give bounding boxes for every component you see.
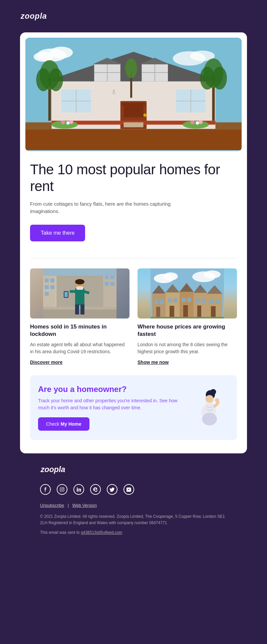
svg-rect-100: [201, 299, 205, 303]
svg-point-109: [210, 389, 216, 395]
svg-point-79: [163, 272, 178, 280]
homeowner-illustration: [189, 388, 229, 428]
svg-point-118: [63, 488, 64, 489]
web-version-link[interactable]: Web Version: [72, 503, 97, 508]
svg-point-47: [199, 120, 203, 124]
footer-email-prefix: This email was sent to: [40, 530, 81, 535]
homeowner-desc: Track your home and other properties you…: [38, 397, 182, 411]
svg-rect-107: [151, 317, 224, 318]
footer-section: zoopla: [20, 453, 247, 545]
svg-rect-62: [105, 282, 109, 286]
svg-rect-71: [70, 290, 76, 293]
svg-point-68: [75, 279, 84, 284]
logo-text: zoopla: [20, 14, 53, 24]
check-my-home-button[interactable]: Check My Home: [38, 417, 89, 431]
svg-rect-116: [60, 487, 64, 491]
articles-section: Homes sold in 15 minutes in lockdown An …: [20, 268, 247, 365]
button-label-normal: Check: [46, 421, 61, 427]
twitter-icon[interactable]: [107, 484, 117, 495]
svg-rect-106: [211, 306, 216, 318]
svg-rect-94: [182, 298, 186, 302]
article-2-title: Where house prices are growing fastest: [138, 323, 237, 338]
footer-link-divider: |: [68, 503, 69, 508]
svg-rect-89: [168, 298, 172, 302]
article-image-2: [138, 268, 237, 318]
footer-email-note: This email was sent to g438513d@uifeed.c…: [40, 530, 227, 535]
svg-rect-63: [110, 282, 114, 286]
svg-rect-70: [80, 304, 84, 314]
footer-logo: zoopla: [40, 463, 227, 477]
page-wrapper: zoopla: [0, 0, 267, 558]
svg-point-32: [36, 68, 50, 91]
svg-rect-76: [43, 268, 116, 276]
main-title: The 10 most popular homes for rent: [30, 161, 237, 195]
svg-rect-74: [64, 292, 68, 297]
svg-rect-56: [45, 285, 49, 289]
svg-rect-20: [124, 104, 144, 117]
svg-rect-96: [183, 305, 188, 318]
svg-rect-99: [196, 299, 200, 303]
homeowner-section: Are you a homeowner? Track your home and…: [30, 375, 237, 440]
youtube-icon[interactable]: [123, 484, 134, 495]
article-image-1: [30, 268, 129, 318]
svg-rect-95: [187, 298, 191, 302]
article-1-title: Homes sold in 15 minutes in lockdown: [30, 323, 129, 338]
svg-text:zoopla: zoopla: [40, 465, 65, 474]
article-1-desc: An estate agent tells all about what hap…: [30, 341, 129, 355]
instagram-icon[interactable]: [57, 484, 67, 495]
svg-point-43: [69, 120, 73, 124]
svg-point-39: [125, 58, 137, 78]
svg-point-33: [49, 68, 63, 91]
svg-rect-69: [75, 304, 79, 314]
social-icons-row: [40, 484, 227, 495]
svg-rect-119: [77, 488, 78, 491]
footer-links: Unsubscribe | Web Version: [40, 502, 227, 508]
svg-rect-91: [170, 306, 174, 318]
article-card-2: Where house prices are growing fastest L…: [138, 268, 237, 365]
svg-rect-105: [215, 299, 220, 303]
linkedin-icon[interactable]: [73, 484, 84, 495]
hero-image: [25, 38, 242, 151]
footer-copyright: © 2021 Zoopla Limited. All rights reserv…: [40, 513, 227, 526]
svg-point-37: [213, 67, 227, 90]
button-label-bold: My Home: [61, 421, 81, 427]
svg-rect-85: [160, 300, 164, 304]
svg-point-49: [112, 91, 115, 94]
article-card-1: Homes sold in 15 minutes in lockdown An …: [30, 268, 129, 365]
svg-point-36: [200, 67, 214, 90]
pinterest-icon[interactable]: [90, 484, 101, 495]
unsubscribe-link[interactable]: Unsubscribe: [40, 503, 64, 508]
svg-point-21: [143, 114, 147, 117]
homeowner-title: Are you a homeowner?: [38, 385, 182, 394]
svg-point-81: [204, 270, 221, 278]
svg-rect-54: [45, 278, 49, 282]
svg-point-41: [61, 121, 65, 125]
svg-point-110: [206, 395, 214, 403]
article-1-link[interactable]: Discover more: [30, 360, 62, 365]
card-content: The 10 most popular homes for rent From …: [20, 151, 247, 255]
article-2-link[interactable]: Show me now: [138, 360, 169, 365]
footer-email-address[interactable]: g438513d@uifeed.com: [81, 530, 122, 535]
city-person-image: [30, 268, 129, 318]
svg-point-3: [50, 47, 73, 58]
section-divider: [30, 258, 237, 258]
svg-rect-65: [43, 307, 116, 309]
header-logo: zoopla: [20, 10, 247, 24]
svg-point-45: [191, 121, 195, 125]
svg-rect-58: [45, 292, 49, 296]
svg-rect-55: [50, 278, 54, 282]
article-2-desc: London is not among the 8 cities seeing …: [138, 341, 237, 355]
svg-rect-84: [155, 300, 159, 304]
svg-point-42: [66, 122, 70, 125]
homeowner-content: Are you a homeowner? Track your home and…: [38, 385, 182, 431]
svg-rect-101: [197, 305, 201, 318]
take-me-there-button[interactable]: Take me there: [30, 225, 85, 241]
svg-point-117: [61, 488, 63, 490]
svg-rect-48: [124, 122, 144, 127]
main-description: From cute cottages to fancy flats, here …: [30, 200, 184, 215]
svg-point-46: [196, 122, 199, 125]
facebook-icon[interactable]: [40, 484, 51, 495]
svg-point-120: [77, 487, 78, 488]
svg-rect-22: [122, 103, 145, 105]
terrace-houses-image: [138, 268, 237, 318]
